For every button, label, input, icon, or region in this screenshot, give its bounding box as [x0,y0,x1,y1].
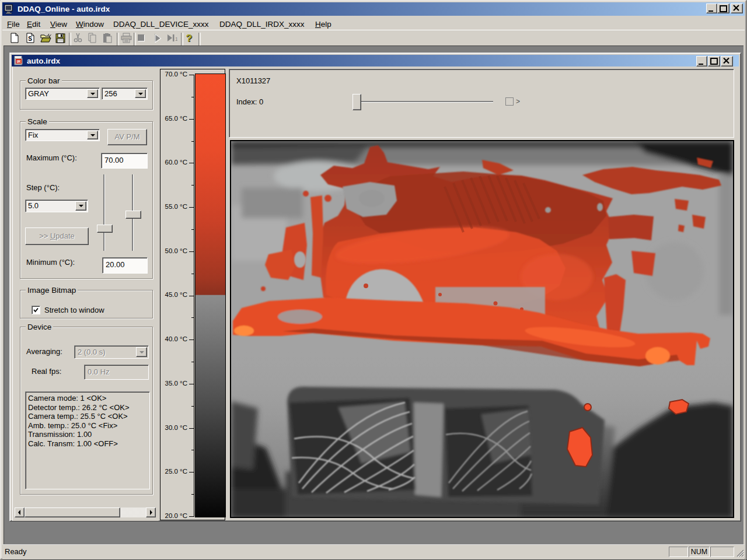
svg-text:?: ? [186,33,192,44]
svg-text:1: 1 [175,36,177,42]
svg-text:IR: IR [17,60,21,64]
svg-text:S: S [28,36,32,42]
